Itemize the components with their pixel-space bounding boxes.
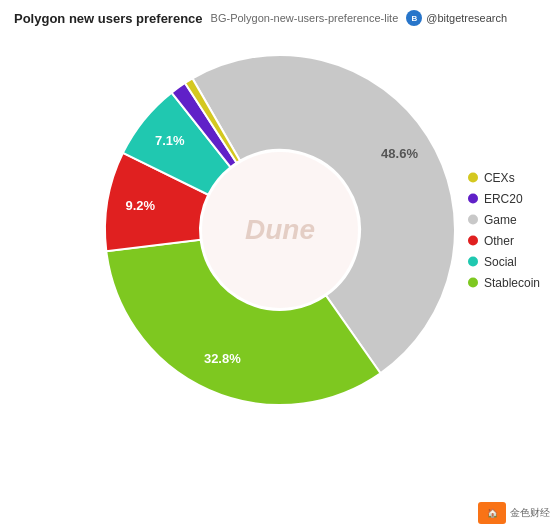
legend-color-dot — [468, 278, 478, 288]
svg-text:48.6%: 48.6% — [381, 146, 418, 161]
legend-label: Social — [484, 255, 517, 269]
badge-icon: B — [406, 10, 422, 26]
chart-subtitle: BG-Polygon-new-users-preference-lite — [211, 12, 399, 24]
legend-label: ERC20 — [484, 192, 523, 206]
chart-legend: CEXsERC20GameOtherSocialStablecoin — [468, 171, 540, 290]
legend-item: Game — [468, 213, 540, 227]
legend-color-dot — [468, 215, 478, 225]
legend-color-dot — [468, 173, 478, 183]
donut-chart: 48.6%32.8%9.2%7.1% — [90, 40, 470, 420]
chart-title: Polygon new users preference — [14, 11, 203, 26]
legend-item: Stablecoin — [468, 276, 540, 290]
legend-label: CEXs — [484, 171, 515, 185]
footer-text: 金色财经 — [510, 506, 550, 520]
donut-wrapper: 48.6%32.8%9.2%7.1% Dune — [90, 40, 470, 420]
legend-item: CEXs — [468, 171, 540, 185]
legend-label: Other — [484, 234, 514, 248]
legend-label: Game — [484, 213, 517, 227]
legend-item: Other — [468, 234, 540, 248]
legend-color-dot — [468, 236, 478, 246]
legend-label: Stablecoin — [484, 276, 540, 290]
footer: 🏠 金色财经 — [478, 502, 550, 524]
footer-logo-icon: 🏠 — [487, 508, 498, 518]
footer-logo: 🏠 — [478, 502, 506, 524]
svg-text:7.1%: 7.1% — [155, 133, 185, 148]
legend-color-dot — [468, 257, 478, 267]
legend-item: ERC20 — [468, 192, 540, 206]
chart-area: 48.6%32.8%9.2%7.1% Dune CEXsERC20GameOth… — [0, 40, 560, 420]
svg-text:9.2%: 9.2% — [125, 198, 155, 213]
chart-header: Polygon new users preference BG-Polygon-… — [0, 0, 560, 30]
badge: B @bitgetresearch — [406, 10, 507, 26]
svg-point-1 — [202, 152, 358, 308]
legend-color-dot — [468, 194, 478, 204]
svg-text:32.8%: 32.8% — [204, 351, 241, 366]
badge-label: @bitgetresearch — [426, 12, 507, 24]
main-container: Polygon new users preference BG-Polygon-… — [0, 0, 560, 532]
legend-item: Social — [468, 255, 540, 269]
